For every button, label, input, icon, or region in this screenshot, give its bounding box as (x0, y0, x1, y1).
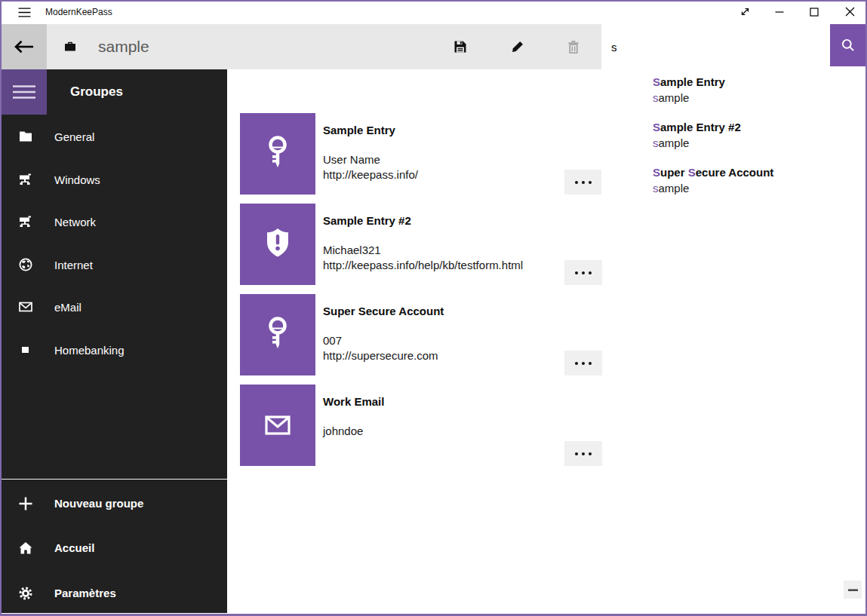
sidebar-item-network[interactable]: Network (2, 201, 227, 243)
sidebar-item-settings[interactable]: Paramètres (2, 571, 227, 615)
suggestion-title: Super Secure Account (653, 165, 865, 180)
app-title: ModernKeePass (45, 0, 112, 24)
titlebar-menu-button[interactable] (11, 0, 38, 24)
gear-icon (17, 585, 34, 602)
save-icon (453, 40, 467, 54)
entry-row[interactable]: Sample Entry User Name http://keepass.in… (227, 113, 604, 195)
suggestion-title: Sample Entry (653, 75, 865, 90)
sidebar-item-new-group[interactable]: Nouveau groupe (2, 481, 227, 526)
sidebar-item-email[interactable]: eMail (2, 286, 227, 328)
zoom-out-button[interactable] (844, 581, 862, 599)
entry-title: Sample Entry #2 (323, 213, 411, 228)
hamburger-icon (18, 8, 31, 17)
minimize-button[interactable] (762, 0, 797, 23)
back-arrow-icon (14, 40, 35, 54)
entry-title: Super Secure Account (323, 304, 444, 319)
search-suggestions-dropdown: Sample Entry sample Sample Entry #2 samp… (601, 69, 865, 207)
search-suggestion[interactable]: Sample Entry sample (601, 69, 865, 115)
diagonal-resize-icon (739, 6, 751, 17)
sidebar-item-internet[interactable]: Internet (2, 244, 227, 286)
globe-icon (17, 256, 34, 273)
entry-username: User Name (323, 152, 380, 167)
suggestion-subtitle: sample (653, 135, 865, 151)
maximize-icon (810, 8, 819, 17)
search-suggestion[interactable]: Sample Entry #2 sample (601, 115, 865, 160)
title-bar: ModernKeePass (0, 0, 867, 24)
entry-title: Work Email (323, 394, 384, 409)
entry-username: 007 (323, 333, 342, 348)
shield-alert-icon (240, 204, 315, 285)
suggestion-title: Sample Entry #2 (653, 120, 865, 135)
sidebar-header: Groupes (70, 84, 123, 100)
sidebar-item-windows[interactable]: Windows (2, 158, 227, 201)
modernkeepass-window: ModernKeePass (0, 0, 867, 616)
entry-username: johndoe (323, 424, 363, 439)
close-button[interactable] (832, 0, 867, 23)
back-button[interactable] (2, 24, 47, 69)
database-briefcase-icon (64, 24, 76, 69)
envelope-icon (240, 385, 315, 466)
sidebar-item-homebanking[interactable]: Homebanking (2, 329, 227, 371)
database-title: sample (98, 24, 149, 69)
entry-title: Sample Entry (323, 123, 395, 138)
more-button[interactable] (564, 441, 602, 466)
key-icon (240, 113, 315, 195)
entry-username: Michael321 (323, 243, 381, 258)
sidebar-item-label: Paramètres (54, 587, 116, 599)
hamburger-icon (13, 84, 35, 100)
network-computer-icon (17, 171, 34, 188)
search-input[interactable] (611, 24, 822, 69)
search-button[interactable] (830, 24, 865, 66)
sidebar-hamburger-button[interactable] (2, 69, 47, 115)
entry-url: http://keepass.info/help/kb/testform.htm… (323, 258, 523, 273)
sidebar-item-general[interactable]: General (2, 115, 227, 158)
search-box (601, 24, 865, 69)
sidebar-item-label: Windows (54, 173, 100, 186)
sidebar-item-label: Accueil (54, 541, 94, 554)
search-suggestion[interactable]: Super Secure Account sample (601, 160, 865, 205)
edit-button[interactable] (499, 24, 536, 69)
plus-icon (17, 495, 34, 512)
entry-url: http://supersecure.com (323, 348, 438, 363)
entry-row[interactable]: Work Email johndoe (227, 385, 604, 466)
key-icon (240, 294, 315, 375)
minimize-icon (775, 8, 784, 17)
suggestion-subtitle: sample (653, 90, 865, 106)
sidebar-divider (2, 479, 227, 480)
save-button[interactable] (441, 24, 479, 69)
sidebar-item-home[interactable]: Accueil (2, 526, 227, 570)
sidebar: Groupes General Windows (2, 69, 227, 613)
entry-url: http://keepass.info/ (323, 167, 418, 182)
more-button[interactable] (564, 170, 602, 195)
sidebar-item-label: eMail (54, 301, 81, 314)
delete-button[interactable] (555, 24, 592, 69)
folder-icon (17, 128, 34, 145)
sidebar-item-label: Homebanking (54, 344, 125, 357)
sidebar-item-label: Nouveau groupe (54, 497, 143, 510)
network-computer-icon (17, 213, 34, 230)
trash-icon (567, 40, 580, 54)
more-button[interactable] (564, 260, 602, 285)
fullscreen-button[interactable] (727, 0, 762, 23)
close-icon (845, 7, 855, 17)
sidebar-item-label: General (54, 130, 94, 143)
sidebar-item-label: Internet (54, 259, 93, 271)
entry-row[interactable]: Sample Entry #2 Michael321 http://keepas… (227, 204, 604, 285)
home-icon (17, 540, 34, 556)
maximize-button[interactable] (797, 0, 832, 23)
square-icon (17, 342, 34, 358)
more-button[interactable] (564, 351, 602, 375)
envelope-icon (17, 299, 34, 315)
pencil-icon (511, 40, 524, 54)
suggestion-subtitle: sample (653, 180, 865, 196)
entry-row[interactable]: Super Secure Account 007 http://supersec… (227, 294, 604, 375)
search-icon (841, 38, 856, 53)
sidebar-item-label: Network (54, 216, 96, 228)
minus-icon (848, 589, 858, 591)
